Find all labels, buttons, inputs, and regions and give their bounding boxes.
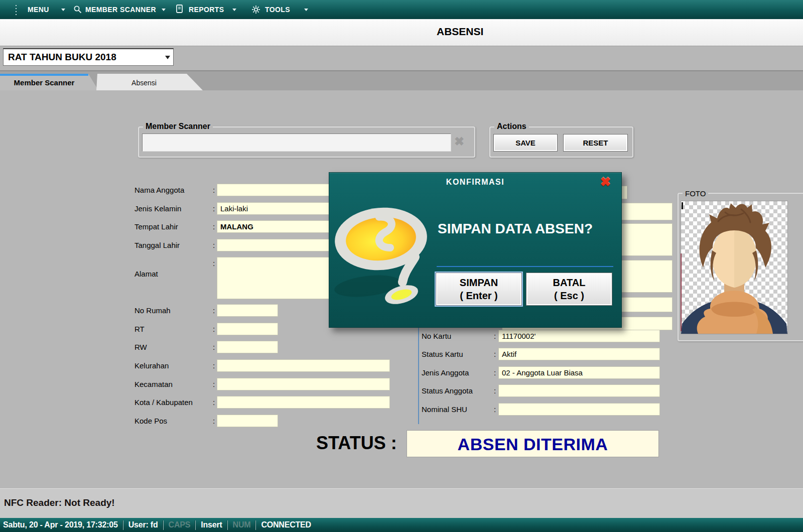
dialog-title: KONFIRMASI <box>329 178 621 187</box>
label-tanggal-lahir: Tanggal Lahir <box>135 241 180 249</box>
page-title: ABSENSI <box>437 26 483 38</box>
avatar-illustration <box>681 201 787 334</box>
field-kode-pos[interactable] <box>217 415 278 427</box>
statusbar-user: User: fd <box>128 520 158 529</box>
statusbar-insert: Insert <box>201 520 222 529</box>
menu-item-reports[interactable]: REPORTS <box>189 6 224 14</box>
statusbar-separator <box>255 520 256 530</box>
scanner-input[interactable] <box>142 134 451 152</box>
colon: : <box>494 386 496 395</box>
reset-button[interactable]: RESET <box>563 134 628 152</box>
chevron-down-icon <box>232 9 236 11</box>
colon: : <box>213 361 215 370</box>
grip-dots-icon <box>15 4 17 15</box>
statusbar-datetime: Sabtu, 20 - Apr - 2019, 17:32:05 <box>3 520 118 529</box>
label-no-rumah: No Rumah <box>135 306 171 315</box>
label-kota-kabupaten: Kota / Kabupaten <box>135 398 193 407</box>
nfc-bar <box>0 488 803 518</box>
dialog-message: SIMPAN DATA ABSEN? <box>429 221 602 237</box>
field-no-rumah[interactable] <box>217 304 278 317</box>
tab-member-scanner[interactable]: Member Scanner <box>0 74 98 90</box>
period-select-value: RAT TAHUN BUKU 2018 <box>8 52 116 63</box>
field-rw[interactable] <box>217 341 278 353</box>
menu-item-menu[interactable]: MENU <box>28 6 49 14</box>
statusbar-separator <box>163 520 164 530</box>
colon: : <box>494 332 496 340</box>
simpan-button-label: SIMPAN <box>436 276 521 289</box>
menu-item-tools[interactable]: TOOLS <box>265 6 290 14</box>
field-no-kartu[interactable]: 11170002' <box>498 330 660 342</box>
menu-bar: MENU MEMBER SCANNER REPORTS TOOLS <box>0 0 803 20</box>
field-kota-kabupaten[interactable] <box>217 396 390 409</box>
gear-icon <box>251 5 261 15</box>
label-status-kartu: Status Kartu <box>422 350 463 358</box>
field-rt[interactable] <box>217 323 278 335</box>
label-nominal-shu: Nominal SHU <box>422 405 467 414</box>
close-icon[interactable]: ✖ <box>600 175 611 189</box>
colon: : <box>213 306 215 315</box>
active-tab-accent <box>0 74 88 76</box>
save-button[interactable]: SAVE <box>493 134 558 152</box>
document-icon <box>176 5 184 15</box>
tab-label: Member Scanner <box>0 78 88 87</box>
field-jenis-anggota[interactable]: 02 - Anggota Luar Biasa <box>498 366 660 379</box>
label-status-anggota: Status Anggota <box>422 386 473 395</box>
colon: : <box>494 350 496 358</box>
label-nama-anggota: Nama Anggota <box>135 186 184 194</box>
statusbar-num: NUM <box>233 520 251 529</box>
colon: : <box>213 417 215 425</box>
colon: : <box>213 241 215 249</box>
batal-button[interactable]: BATAL ( Esc ) <box>526 273 612 306</box>
tab-label: Absensi <box>96 79 192 87</box>
question-mark-icon <box>332 198 439 308</box>
simpan-button[interactable]: SIMPAN ( Enter ) <box>436 273 522 306</box>
chevron-down-icon <box>304 9 308 11</box>
photo-edge-artifact <box>681 253 682 331</box>
colon: : <box>494 368 496 377</box>
colon: : <box>213 204 215 213</box>
colon: : <box>213 325 215 333</box>
period-select[interactable]: RAT TAHUN BUKU 2018 <box>3 48 174 66</box>
batal-button-sublabel: ( Esc ) <box>526 289 612 302</box>
status-label: STATUS : <box>316 433 397 454</box>
colon: : <box>213 398 215 407</box>
photo-group-label: FOTO <box>683 189 708 198</box>
member-scanner-group-label: Member Scanner <box>143 122 213 131</box>
label-rw: RW <box>135 343 147 351</box>
dropdown-arrow-icon <box>165 56 170 59</box>
statusbar-separator <box>123 520 123 530</box>
field-kecamatan[interactable] <box>217 378 390 390</box>
field-kelurahan[interactable] <box>217 359 390 372</box>
field-nominal-shu[interactable] <box>498 403 660 416</box>
absensi-window: MENU MEMBER SCANNER REPORTS TOOLS <box>0 0 803 532</box>
tab-absensi[interactable]: Absensi <box>96 74 203 90</box>
label-kecamatan: Kecamatan <box>135 380 173 388</box>
label-kode-pos: Kode Pos <box>135 417 167 425</box>
photo-cursor-mark <box>682 202 683 209</box>
field-status-kartu[interactable]: Aktif <box>498 348 660 360</box>
label-rt: RT <box>135 325 145 333</box>
status-bar: Sabtu, 20 - Apr - 2019, 17:32:05 User: f… <box>0 518 803 532</box>
statusbar-separator <box>195 520 196 530</box>
label-jenis-kelamin: Jenis Kelamin <box>135 204 181 213</box>
chevron-down-icon <box>61 9 65 11</box>
nfc-status-text: NFC Reader: Not Ready! <box>4 497 115 508</box>
label-no-kartu: No Kartu <box>422 332 451 340</box>
label-kelurahan: Kelurahan <box>135 361 169 370</box>
search-icon <box>73 5 82 14</box>
menu-item-member-scanner[interactable]: MEMBER SCANNER <box>85 6 156 14</box>
actions-group-label: Actions <box>494 122 529 131</box>
statusbar-separator <box>227 520 228 530</box>
konfirmasi-dialog: KONFIRMASI ✖ SIMPAN DATA ABS <box>329 172 622 328</box>
label-alamat: Alamat <box>135 270 158 278</box>
colon: : <box>494 405 496 414</box>
colon: : <box>213 343 215 351</box>
chevron-down-icon <box>162 9 166 11</box>
colon: : <box>213 259 215 268</box>
label-tempat-lahir: Tempat Lahir <box>135 222 178 231</box>
field-status-anggota[interactable] <box>498 384 660 397</box>
clear-scanner-icon[interactable]: ✖ <box>454 135 464 149</box>
label-jenis-anggota: Jenis Anggota <box>422 368 469 377</box>
colon: : <box>213 380 215 388</box>
member-photo <box>681 201 788 334</box>
